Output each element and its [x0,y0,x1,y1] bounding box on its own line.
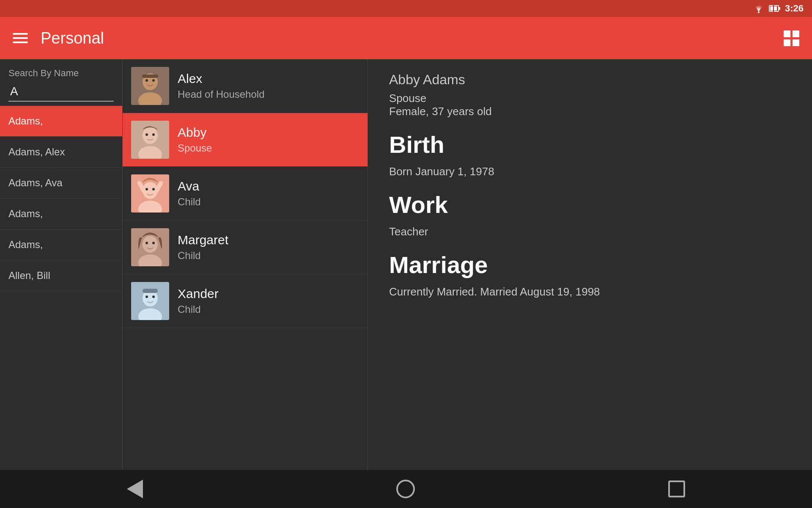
svg-point-9 [152,79,155,82]
svg-point-15 [152,133,155,136]
birth-value: Born January 1, 1978 [389,165,791,178]
status-bar: 3:26 [0,0,812,17]
member-name-margaret: Margaret [178,233,228,247]
app-title: Personal [41,29,104,47]
family-member-ava[interactable]: Ava Child [123,167,368,221]
member-role-abby: Spouse [178,142,212,154]
family-member-alex[interactable]: Alex Head of Household [123,59,368,113]
family-panel: Alex Head of Household Abby Spouse [123,59,368,470]
detail-gender-age: Female, 37 years old [389,105,791,118]
list-item-adams-selected[interactable]: Adams, [0,106,122,137]
app-bar: Personal [0,17,812,59]
wifi-icon [753,4,765,13]
hamburger-menu-button[interactable] [13,33,28,43]
main-content: Search By Name Adams, Adams, Alex Adams,… [0,59,812,470]
avatar-xander [131,282,169,320]
svg-rect-10 [142,75,158,78]
svg-point-20 [152,188,155,190]
member-name-ava: Ava [178,179,201,193]
search-input-container [0,82,122,106]
work-section-header: Work [389,191,791,218]
member-role-xander: Child [178,304,219,315]
member-info-abby: Abby Spouse [178,125,212,154]
avatar-margaret [131,228,169,266]
svg-point-19 [145,188,148,190]
member-name-alex: Alex [178,72,264,86]
svg-point-8 [145,79,148,82]
svg-point-32 [152,295,155,298]
list-item-adams-ava[interactable]: Adams, Ava [0,168,122,199]
avatar-alex [131,67,169,105]
marriage-value: Currently Married. Married August 19, 19… [389,285,791,298]
status-time: 3:26 [785,3,804,14]
svg-rect-33 [143,289,158,293]
work-value: Teacher [389,225,791,238]
list-item-allen-bill[interactable]: Allen, Bill [0,260,122,291]
list-item-adams-alex[interactable]: Adams, Alex [0,137,122,168]
grid-view-button[interactable] [784,30,799,46]
birth-section-header: Birth [389,131,791,158]
marriage-section-header: Marriage [389,251,791,279]
detail-name: Abby Adams [389,72,791,88]
member-info-margaret: Margaret Child [178,233,228,262]
detail-role: Spouse [389,92,791,105]
svg-point-26 [145,242,148,244]
family-member-xander[interactable]: Xander Child [123,274,368,328]
svg-point-24 [143,236,158,253]
avatar-abby [131,121,169,159]
name-list: Adams, Adams, Alex Adams, Ava Adams, Ada… [0,106,122,470]
member-name-xander: Xander [178,287,219,301]
member-name-abby: Abby [178,125,212,140]
back-icon [127,480,143,498]
svg-rect-2 [779,7,780,10]
app-bar-left: Personal [13,29,104,47]
detail-panel: Abby Adams Spouse Female, 37 years old B… [368,59,812,470]
svg-point-14 [145,133,148,136]
home-button[interactable] [379,473,432,505]
list-item-adams-3[interactable]: Adams, [0,199,122,229]
svg-point-31 [145,295,148,298]
search-input[interactable] [8,82,114,102]
family-member-abby[interactable]: Abby Spouse [123,113,368,167]
member-role-alex: Head of Household [178,88,264,100]
bottom-nav [0,470,812,508]
list-item-adams-4[interactable]: Adams, [0,229,122,260]
recents-button[interactable] [651,474,702,504]
member-info-alex: Alex Head of Household [178,72,264,100]
family-member-margaret[interactable]: Margaret Child [123,221,368,274]
svg-point-12 [143,127,158,144]
home-icon [396,480,415,498]
member-role-margaret: Child [178,250,228,262]
sidebar: Search By Name Adams, Adams, Alex Adams,… [0,59,123,470]
status-icons: 3:26 [753,3,804,14]
svg-point-27 [152,242,155,244]
member-role-ava: Child [178,196,201,208]
svg-point-0 [758,11,760,13]
recents-icon [668,480,685,497]
member-info-xander: Xander Child [178,287,219,315]
member-info-ava: Ava Child [178,179,201,208]
back-button[interactable] [110,473,160,505]
search-label: Search By Name [0,59,122,82]
avatar-ava [131,174,169,213]
battery-icon [769,4,781,13]
